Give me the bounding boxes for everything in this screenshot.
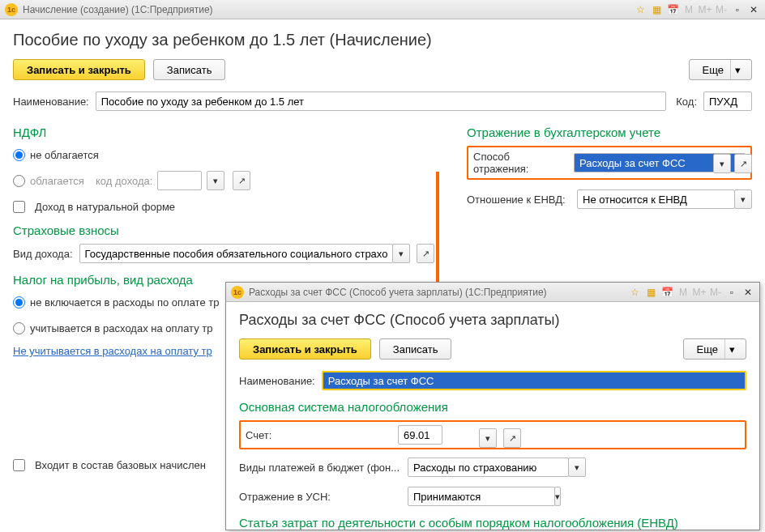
account-input[interactable] <box>398 425 442 445</box>
method-label: Способ отражения: <box>473 151 567 175</box>
base-accruals-checkbox[interactable] <box>13 459 25 471</box>
income-type-open-button[interactable]: ↗ <box>417 244 434 263</box>
income-code-dd-button[interactable]: ▾ <box>207 171 224 190</box>
usn-label: Отражение в УСН: <box>239 491 401 503</box>
m-minus-icon[interactable]: M- <box>715 3 728 16</box>
m-icon[interactable]: M <box>682 3 695 16</box>
profit-link[interactable]: Не учитывается в расходах на оплату тр <box>13 345 212 357</box>
main-title-bar: 1c Начисление (создание) (1С:Предприятие… <box>0 0 765 19</box>
sub-title-bar: 1c Расходы за счет ФСС (Способ учета зар… <box>226 283 759 302</box>
window-title: Начисление (создание) (1С:Предприятие) <box>23 4 634 15</box>
sub-name-label: Наименование: <box>239 375 315 387</box>
calendar-icon[interactable]: 📅 <box>666 3 679 16</box>
not-taxed-label: не облагается <box>30 149 99 161</box>
calendar-icon[interactable]: 📅 <box>660 286 673 299</box>
m-plus-icon[interactable]: M+ <box>699 3 712 16</box>
m-plus-icon[interactable]: M+ <box>693 286 706 299</box>
name-input[interactable] <box>96 92 667 111</box>
page-heading: Пособие по уходу за ребенком до 1.5 лет … <box>13 31 752 49</box>
close-icon[interactable]: ✕ <box>747 3 760 16</box>
account-dd-button[interactable]: ▾ <box>479 428 497 448</box>
grid-icon[interactable]: ▦ <box>644 286 657 299</box>
radio-taxed[interactable] <box>13 175 25 187</box>
profit-opt1-label: не включается в расходы по оплате тр <box>30 296 219 309</box>
grid-icon[interactable]: ▦ <box>650 3 663 16</box>
m-icon[interactable]: M <box>677 286 690 299</box>
income-type-label: Вид дохода: <box>13 248 73 260</box>
code-label: Код: <box>676 96 697 108</box>
income-code-open-button[interactable]: ↗ <box>233 171 250 190</box>
usn-dd[interactable]: ▾ <box>554 487 561 506</box>
sub-window-title: Расходы за счет ФСС (Способ учета зарпла… <box>249 287 628 298</box>
method-open-button[interactable]: ↗ <box>734 154 752 173</box>
app-logo-icon: 1c <box>5 3 18 16</box>
sub-save-close-button[interactable]: Записать и закрыть <box>239 338 371 360</box>
more-label: Еще <box>703 64 724 76</box>
method-dd-button[interactable]: ▾ <box>713 154 731 173</box>
m-minus-icon[interactable]: M- <box>709 286 722 299</box>
natural-income-label: Доход в натуральной форме <box>35 201 175 213</box>
more-button[interactable]: Еще ▾ <box>689 59 752 80</box>
star-icon[interactable]: ☆ <box>628 286 641 299</box>
radio-not-taxed[interactable] <box>13 149 25 161</box>
maximize-icon[interactable]: ▫ <box>725 286 738 299</box>
close-icon[interactable]: ✕ <box>741 286 754 299</box>
sub-more-label: Еще <box>697 343 718 355</box>
usn-input[interactable] <box>408 487 555 506</box>
save-close-button[interactable]: Записать и закрыть <box>13 59 145 80</box>
profit-opt2-label: учитывается в расходах на оплату тр <box>30 322 213 334</box>
taxed-label: облагается <box>30 175 91 187</box>
app-logo-icon: 1c <box>231 286 244 299</box>
section-bu: Отражение в бухгалтерском учете <box>467 126 752 139</box>
maximize-icon[interactable]: ▫ <box>731 3 744 16</box>
chevron-down-icon: ▾ <box>724 339 739 359</box>
method-highlight: Способ отражения: <box>467 146 752 180</box>
payment-types-label: Виды платежей в бюджет (фон... <box>239 462 401 474</box>
income-type-dd-button[interactable]: ▾ <box>392 244 410 263</box>
income-code-input <box>157 171 202 190</box>
chevron-down-icon: ▾ <box>730 60 745 79</box>
envd-dd-button[interactable]: ▾ <box>734 189 752 209</box>
sub-more-button[interactable]: Еще ▾ <box>683 338 746 360</box>
section-insurance: Страховые взносы <box>13 223 434 237</box>
natural-income-checkbox[interactable] <box>13 201 25 213</box>
name-label: Наименование: <box>13 96 89 108</box>
star-icon[interactable]: ☆ <box>634 3 647 16</box>
payment-types-input[interactable] <box>408 458 569 477</box>
radio-profit-opt2[interactable] <box>13 322 25 334</box>
envd-label: Отношение к ЕНВД: <box>467 194 571 206</box>
account-label: Счет: <box>246 429 391 441</box>
income-type-input[interactable] <box>79 244 393 263</box>
radio-profit-opt1[interactable] <box>13 296 25 309</box>
save-button[interactable]: Записать <box>153 59 226 80</box>
sub-name-input[interactable] <box>322 371 746 390</box>
income-code-label: код дохода: <box>96 175 152 187</box>
payment-types-dd[interactable]: ▾ <box>568 458 586 477</box>
account-open-button[interactable]: ↗ <box>503 428 521 448</box>
envd-input[interactable] <box>577 189 735 209</box>
sub-window: 1c Расходы за счет ФСС (Способ учета зар… <box>225 282 760 530</box>
sub-section-osn: Основная система налогообложения <box>239 400 746 414</box>
base-accruals-label: Входит в состав базовых начислен <box>35 459 206 471</box>
sub-heading: Расходы за счет ФСС (Способ учета зарпла… <box>239 312 746 329</box>
code-input[interactable] <box>703 92 752 111</box>
sub-save-button[interactable]: Записать <box>379 338 452 360</box>
sub-section-envd: Статья затрат по деятельности с особым п… <box>239 516 746 530</box>
section-ndfl: НДФЛ <box>13 126 434 139</box>
